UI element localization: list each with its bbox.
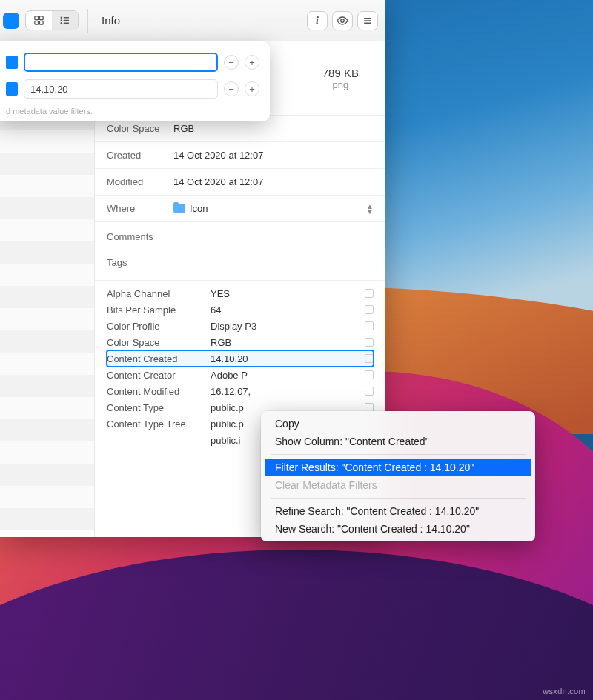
meta-row: Content Modified16.12.07, <box>107 383 374 399</box>
add-filter-button[interactable]: + <box>245 55 259 70</box>
meta-row-content-created[interactable]: Content Created14.10.20 <box>107 350 374 367</box>
ctx-separator <box>271 454 526 455</box>
file-size: 789 KB <box>322 67 359 79</box>
ctx-copy[interactable]: Copy <box>265 415 531 433</box>
svg-point-6 <box>61 19 62 21</box>
svg-rect-9 <box>64 23 70 24</box>
meta-row: Color ProfileDisplay P3 <box>107 318 374 334</box>
filter-tag[interactable]: 14.10.20 <box>24 79 218 99</box>
menu-button[interactable] <box>357 11 378 30</box>
svg-point-10 <box>341 19 344 21</box>
filter-input[interactable] <box>24 53 218 72</box>
info-button[interactable]: i <box>307 11 328 30</box>
quicklook-button[interactable] <box>332 11 353 30</box>
svg-rect-5 <box>64 17 70 19</box>
watermark: wsxdn.com <box>543 687 586 696</box>
view-mode-segmented[interactable] <box>25 10 79 30</box>
svg-rect-1 <box>39 16 43 20</box>
toolbar-divider <box>87 9 88 33</box>
meta-checkbox[interactable] <box>365 354 374 363</box>
folder-icon <box>173 204 185 213</box>
svg-rect-12 <box>364 20 371 21</box>
modified-row: Modified14 Oct 2020 at 12:07 <box>95 169 385 196</box>
remove-filter-button[interactable]: − <box>224 55 239 70</box>
svg-rect-11 <box>364 18 371 19</box>
file-extension: png <box>333 79 349 90</box>
meta-checkbox[interactable] <box>365 370 374 379</box>
meta-checkbox[interactable] <box>365 338 374 347</box>
list-view-button[interactable] <box>52 11 78 30</box>
meta-checkbox[interactable] <box>365 289 374 298</box>
svg-rect-0 <box>35 16 39 20</box>
meta-row: Alpha ChannelYES <box>107 285 374 301</box>
filter-popover: − + 14.10.20 − + d metadata value filter… <box>0 41 270 121</box>
path-dropdown-icon[interactable]: ▲▼ <box>366 204 374 214</box>
where-row[interactable]: Where Icon ▲▼ <box>95 196 385 222</box>
svg-rect-13 <box>364 22 371 24</box>
meta-row: Color SpaceRGB <box>107 334 374 350</box>
comments-label: Comments <box>95 222 385 248</box>
filter-hint: d metadata value filters. <box>6 102 259 116</box>
ctx-new-search[interactable]: New Search: "Content Created : 14.10.20" <box>265 520 531 538</box>
ctx-refine-search[interactable]: Refine Search: "Content Created : 14.10.… <box>265 502 531 520</box>
created-row: Created14 Oct 2020 at 12:07 <box>95 142 385 169</box>
ctx-show-column[interactable]: Show Column: "Content Created" <box>265 433 531 450</box>
tags-label: Tags <box>95 248 385 281</box>
ctx-separator <box>271 498 526 499</box>
svg-point-4 <box>61 17 62 19</box>
meta-checkbox[interactable] <box>365 387 374 396</box>
app-logo-icon <box>3 13 19 29</box>
ctx-filter-results[interactable]: Filter Results: "Content Created : 14.10… <box>265 459 531 476</box>
svg-rect-3 <box>39 21 43 24</box>
file-icon <box>6 56 18 69</box>
context-menu: Copy Show Column: "Content Created" Filt… <box>261 411 535 541</box>
toolbar: Info i <box>0 0 385 41</box>
ctx-clear-filters: Clear Metadata Filters <box>265 476 531 494</box>
add-filter-button[interactable]: + <box>245 81 259 96</box>
file-icon <box>6 82 18 96</box>
svg-rect-7 <box>64 20 70 21</box>
meta-checkbox[interactable] <box>365 321 374 330</box>
meta-row: Content CreatorAdobe P <box>107 367 374 383</box>
grid-view-button[interactable] <box>26 11 52 30</box>
window-title: Info <box>97 14 301 27</box>
remove-filter-button[interactable]: − <box>224 81 239 96</box>
svg-rect-2 <box>35 21 39 24</box>
svg-point-8 <box>61 22 62 24</box>
meta-checkbox[interactable] <box>365 305 374 314</box>
meta-row: Bits Per Sample64 <box>107 301 374 318</box>
